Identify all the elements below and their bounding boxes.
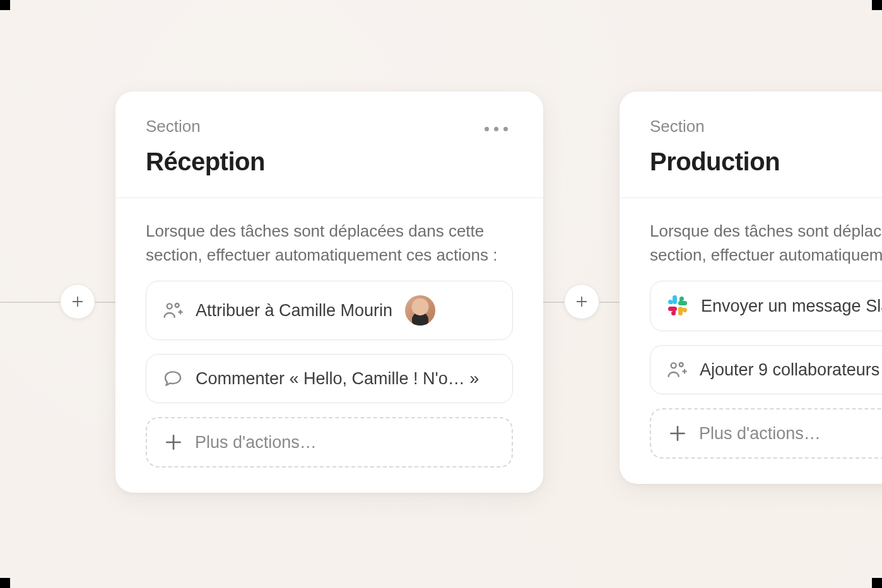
people-plus-icon [667,360,687,380]
section-card-body: Lorsque des tâches sont déplacées dans c… [620,198,882,484]
add-section-button[interactable] [60,284,95,319]
corner-decoration [872,0,882,10]
svg-point-0 [167,304,172,309]
slack-icon [667,295,688,317]
assignee-avatar [405,295,435,326]
section-type-label: Section [650,117,780,136]
section-type-label: Section [146,117,265,136]
corner-decoration [0,578,10,588]
automation-action-label: Commenter « Hello, Camille ! N'o… » [196,369,479,389]
comment-icon [163,368,183,389]
add-action-label: Plus d'actions… [699,424,821,444]
add-action-button[interactable]: Plus d'actions… [650,408,882,459]
ellipsis-icon [503,127,508,131]
section-title: Réception [146,148,265,176]
section-title: Production [650,148,780,176]
automation-action-assign[interactable]: Attribuer à Camille Mourin [146,281,513,340]
ellipsis-icon [494,127,498,131]
corner-decoration [0,0,10,10]
automation-action-label: Attribuer à Camille Mourin [196,301,392,320]
trigger-description: Lorsque des tâches sont déplacées dans c… [146,220,513,267]
add-section-button[interactable] [564,284,599,319]
trigger-description: Lorsque des tâches sont déplacées dans c… [650,220,882,267]
plus-icon [71,295,85,309]
automation-action-label: Ajouter 9 collaborateurs [700,360,879,380]
corner-decoration [872,578,882,588]
add-action-label: Plus d'actions… [195,433,317,452]
add-action-button[interactable]: Plus d'actions… [146,417,513,467]
plus-icon [667,423,688,444]
automation-action-comment[interactable]: Commenter « Hello, Camille ! N'o… » [146,354,513,403]
automation-action-collaborators[interactable]: Ajouter 9 collaborateurs [650,345,882,394]
automation-action-label: Envoyer un message Slack [701,297,882,316]
svg-point-3 [679,363,683,367]
ellipsis-icon [485,127,489,131]
section-card-header: Section Réception [115,91,543,198]
svg-point-1 [175,303,179,307]
plus-icon [163,432,184,452]
svg-point-2 [671,363,676,368]
section-card-reception: Section Réception Lorsque des tâches son… [115,91,543,493]
automation-action-slack[interactable]: Envoyer un message Slack [650,281,882,331]
section-more-menu-button[interactable] [479,121,513,138]
plus-icon [575,295,589,309]
section-card-production: Section Production Lorsque des tâches so… [620,91,882,484]
section-card-header: Section Production [620,91,882,198]
section-card-body: Lorsque des tâches sont déplacées dans c… [115,198,543,493]
people-plus-icon [163,300,183,320]
